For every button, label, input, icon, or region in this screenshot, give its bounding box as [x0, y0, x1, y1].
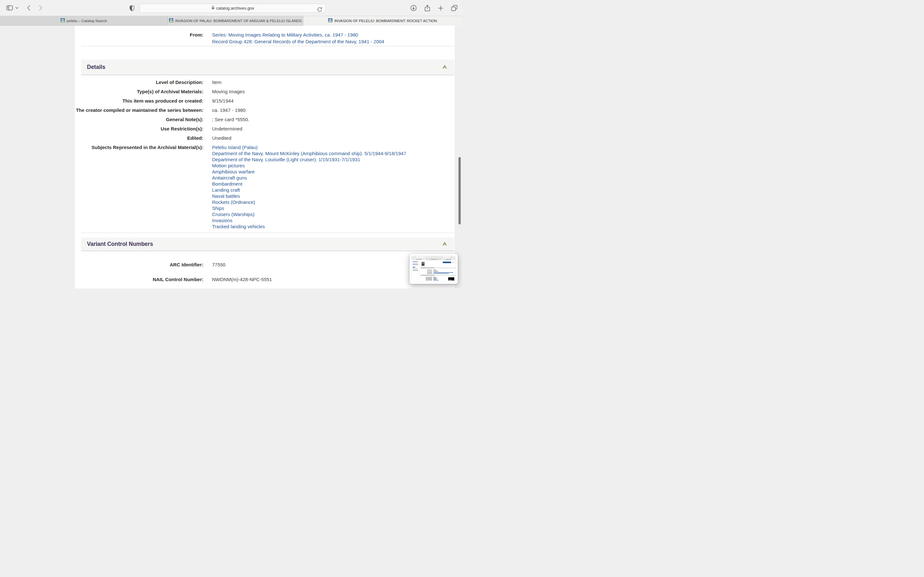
chevron-right-icon [39, 5, 43, 11]
sidebar-chevron-button[interactable] [14, 6, 19, 10]
field-label: Level of Description: [75, 79, 204, 85]
detail-row: The creator compiled or maintained the s… [75, 107, 455, 113]
field-label: Edited: [75, 135, 204, 141]
details-collapse-button[interactable] [441, 64, 448, 71]
field-link[interactable]: Cruisers (Warships) [212, 211, 406, 218]
field-label: From: [75, 31, 204, 38]
field-value: NWDNM(m)-428-NPC-5551 [212, 276, 272, 282]
field-label: Subjects Represented in the Archival Mat… [75, 144, 204, 150]
field-link[interactable]: Peleliu Island (Palau) [212, 144, 406, 150]
preview-filmstrip-icon [422, 262, 425, 266]
field-link[interactable]: Department of the Navy. Mount McKinley (… [212, 150, 406, 156]
field-label: Type(s) of Archival Materials: [75, 89, 204, 95]
variant-section-title: Variant Control Numbers [87, 241, 153, 247]
chevron-up-icon [442, 65, 447, 70]
preview-body [412, 260, 456, 282]
field-link[interactable]: Record Group 428: General Records of the… [212, 38, 384, 45]
downloads-button[interactable] [409, 3, 418, 13]
field-link[interactable]: Rockets (Ordnance) [212, 199, 406, 205]
preview-toolbar [412, 256, 456, 258]
shield-icon [129, 5, 134, 11]
browser-toolbar: catalog.archives.gov [0, 0, 462, 16]
variant-section-header[interactable]: Variant Control Numbers [81, 237, 454, 251]
detail-row: Type(s) of Archival Materials:Moving Ima… [75, 89, 455, 95]
tab-overview-button[interactable] [450, 3, 459, 13]
detail-row: Subjects Represented in the Archival Mat… [75, 144, 455, 229]
browser-tab-1[interactable]: INVASION OF PALAU: BOMBARDMENT OF ANGUAR… [168, 16, 303, 26]
tab-title: INVASION OF PALAU: BOMBARDMENT OF ANGUAR… [175, 19, 302, 23]
browser-tab-active[interactable]: INVASION OF PELELIU: BOMBARDMENT: ROCKET… [303, 16, 462, 26]
detail-row: General Note(s):; See card *5550. [75, 116, 455, 122]
field-link[interactable]: Landing craft [212, 187, 406, 193]
lock-icon [212, 5, 215, 11]
field-label: This item was produced or created: [75, 98, 204, 104]
details-section-header[interactable]: Details [81, 60, 454, 75]
field-value: 9/15/1944 [212, 98, 234, 104]
tab-bar: peleliu – Catalog SearchINVASION OF PALA… [0, 16, 462, 26]
browser-tab-0[interactable]: peleliu – Catalog Search [0, 16, 168, 26]
privacy-report-button[interactable] [128, 4, 136, 13]
detail-row: From:Series: Moving Images Relating to M… [75, 31, 455, 45]
share-button[interactable] [423, 3, 431, 13]
reload-button[interactable] [316, 5, 323, 13]
field-link[interactable]: Department of the Navy. Louisville (Ligh… [212, 156, 406, 163]
field-link[interactable]: Invasions [212, 218, 406, 223]
section-divider [81, 233, 454, 233]
field-value: ca. 1947 - 1980 [212, 107, 246, 113]
scrollbar-thumb[interactable] [459, 157, 461, 224]
sidebar-toggle-button[interactable] [5, 4, 14, 12]
record-detail-panel: From:Series: Moving Images Relating to M… [74, 26, 455, 288]
reload-icon [317, 7, 322, 12]
preview-section-band [420, 267, 456, 269]
sidebar-icon [6, 5, 13, 11]
address-bar[interactable]: catalog.archives.gov [140, 3, 326, 13]
detail-row: Level of Description:Item [75, 79, 455, 85]
details-rows: Level of Description:ItemType(s) of Arch… [75, 75, 455, 229]
field-link[interactable]: Naval battles [212, 193, 406, 199]
field-label: NAIL Control Number: [75, 276, 204, 282]
chevron-up-icon [442, 242, 447, 247]
from-section: From:Series: Moving Images Relating to M… [75, 26, 455, 45]
screenshot-preview-thumbnail[interactable] [409, 253, 458, 284]
field-link[interactable]: Tracked landing vehicles [212, 223, 406, 229]
field-link[interactable]: Series: Moving Images Relating to Milita… [212, 31, 384, 38]
detail-row: Use Restriction(s):Undetermined [75, 126, 455, 132]
field-value: 77550 [212, 261, 226, 268]
chevron-down-icon [15, 7, 18, 9]
tab-overview-icon [451, 5, 457, 11]
field-link[interactable]: Ships [212, 205, 406, 211]
field-value: Unedited [212, 135, 231, 141]
field-label: General Note(s): [75, 116, 204, 122]
field-link[interactable]: Motion pictures [212, 163, 406, 169]
section-divider [81, 46, 454, 46]
preview-video-rect [448, 277, 454, 280]
preview-blue-button [443, 261, 451, 263]
plus-icon [438, 5, 443, 11]
new-tab-button[interactable] [437, 4, 445, 12]
preview-pager [452, 261, 455, 263]
field-label: Use Restriction(s): [75, 126, 204, 132]
field-link[interactable]: Amphibious warfare [212, 169, 406, 175]
detail-row: This item was produced or created:9/15/1… [75, 98, 455, 104]
national-archives-favicon [328, 18, 333, 23]
field-link[interactable]: Antiaircraft guns [212, 175, 406, 181]
national-archives-favicon [61, 18, 65, 23]
field-link-list: Peleliu Island (Palau)Department of the … [212, 144, 406, 229]
detail-row: NAIL Control Number:NWDNM(m)-428-NPC-555… [75, 276, 455, 282]
field-value: ; See card *5550. [212, 116, 249, 122]
field-value: Undetermined [212, 126, 242, 132]
variant-rows: ARC Identifier:77550NAIL Control Number:… [75, 251, 455, 282]
field-link-list: Series: Moving Images Relating to Milita… [212, 31, 384, 45]
field-link[interactable]: Bombardment [212, 181, 406, 187]
preview-sidebar [412, 260, 420, 282]
forward-button[interactable] [37, 3, 44, 12]
page-content: From:Series: Moving Images Relating to M… [0, 26, 462, 288]
preview-mini-page [411, 255, 456, 282]
variant-collapse-button[interactable] [441, 241, 448, 247]
field-value: Moving Images [212, 89, 245, 95]
url-text: catalog.archives.gov [216, 6, 254, 11]
field-value: Item [212, 79, 221, 85]
field-label: The creator compiled or maintained the s… [75, 107, 204, 113]
detail-row: ARC Identifier:77550 [75, 261, 455, 268]
back-button[interactable] [25, 3, 32, 12]
